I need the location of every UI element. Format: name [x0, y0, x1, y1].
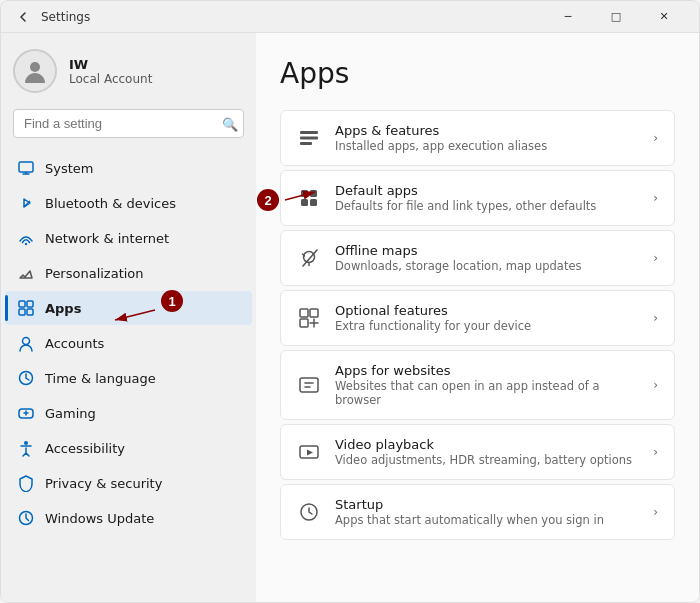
nav-label-windows-update: Windows Update — [45, 511, 154, 526]
settings-item-apps-features[interactable]: Apps & features Installed apps, app exec… — [280, 110, 675, 166]
optional-features-chevron: › — [653, 311, 658, 325]
video-playback-desc: Video adjustments, HDR streaming, batter… — [335, 453, 639, 467]
system-icon — [17, 159, 35, 177]
avatar — [13, 49, 57, 93]
minimize-button[interactable]: ─ — [545, 1, 591, 33]
sidebar-item-privacy[interactable]: Privacy & security — [5, 466, 252, 500]
apps-features-text: Apps & features Installed apps, app exec… — [335, 123, 639, 153]
bluetooth-icon — [17, 194, 35, 212]
svg-rect-14 — [300, 142, 312, 145]
svg-rect-1 — [19, 162, 33, 172]
svg-rect-23 — [300, 378, 318, 392]
main-content: Apps Apps & features Installed apps, app… — [256, 33, 699, 602]
sidebar-item-windows-update[interactable]: Windows Update — [5, 501, 252, 535]
apps-websites-desc: Websites that can open in an app instead… — [335, 379, 639, 407]
startup-title: Startup — [335, 497, 639, 512]
svg-rect-6 — [27, 309, 33, 315]
sidebar-item-system[interactable]: System — [5, 151, 252, 185]
nav-label-system: System — [45, 161, 93, 176]
svg-rect-22 — [300, 319, 308, 327]
sidebar-item-time[interactable]: Time & language — [5, 361, 252, 395]
close-button[interactable]: ✕ — [641, 1, 687, 33]
sidebar: IW Local Account 🔍 System Bluetooth & de… — [1, 33, 256, 602]
svg-point-10 — [24, 441, 28, 445]
settings-item-optional-features[interactable]: Optional features Extra functionality fo… — [280, 290, 675, 346]
svg-rect-16 — [301, 199, 308, 206]
window-content: IW Local Account 🔍 System Bluetooth & de… — [1, 33, 699, 602]
search-input[interactable] — [13, 109, 244, 138]
optional-features-icon — [297, 306, 321, 330]
apps-features-title: Apps & features — [335, 123, 639, 138]
time-icon — [17, 369, 35, 387]
user-section: IW Local Account — [1, 33, 256, 105]
default-apps-chevron: › — [653, 191, 658, 205]
sidebar-item-personalization[interactable]: Personalization — [5, 256, 252, 290]
settings-item-video-playback[interactable]: Video playback Video adjustments, HDR st… — [280, 424, 675, 480]
sidebar-item-gaming[interactable]: Gaming — [5, 396, 252, 430]
default-apps-desc: Defaults for file and link types, other … — [335, 199, 639, 213]
startup-chevron: › — [653, 505, 658, 519]
video-playback-text: Video playback Video adjustments, HDR st… — [335, 437, 639, 467]
settings-item-offline-maps[interactable]: Offline maps Downloads, storage location… — [280, 230, 675, 286]
settings-item-default-apps[interactable]: Default apps Defaults for file and link … — [280, 170, 675, 226]
sidebar-item-network[interactable]: Network & internet — [5, 221, 252, 255]
personalization-icon — [17, 264, 35, 282]
offline-maps-chevron: › — [653, 251, 658, 265]
svg-rect-15 — [301, 190, 308, 197]
accessibility-icon — [17, 439, 35, 457]
apps-websites-title: Apps for websites — [335, 363, 639, 378]
search-box: 🔍 — [13, 109, 244, 138]
windows-update-icon — [17, 509, 35, 527]
settings-window: Settings ─ □ ✕ IW Local Account — [0, 0, 700, 603]
user-account: Local Account — [69, 72, 152, 86]
window-controls: ─ □ ✕ — [545, 1, 687, 33]
apps-websites-text: Apps for websites Websites that can open… — [335, 363, 639, 407]
settings-item-startup[interactable]: Startup Apps that start automatically wh… — [280, 484, 675, 540]
offline-maps-title: Offline maps — [335, 243, 639, 258]
nav-label-network: Network & internet — [45, 231, 169, 246]
offline-maps-desc: Downloads, storage location, map updates — [335, 259, 639, 273]
svg-rect-20 — [300, 309, 308, 317]
settings-list: Apps & features Installed apps, app exec… — [280, 110, 675, 540]
startup-icon — [297, 500, 321, 524]
sidebar-item-accounts[interactable]: Accounts — [5, 326, 252, 360]
privacy-icon — [17, 474, 35, 492]
apps-icon — [17, 299, 35, 317]
search-icon[interactable]: 🔍 — [222, 116, 238, 131]
nav-label-time: Time & language — [45, 371, 156, 386]
apps-features-chevron: › — [653, 131, 658, 145]
user-name: IW — [69, 57, 152, 72]
svg-rect-3 — [19, 301, 25, 307]
offline-maps-icon — [297, 246, 321, 270]
apps-features-icon — [297, 126, 321, 150]
page-title: Apps — [280, 57, 675, 90]
nav-label-accessibility: Accessibility — [45, 441, 125, 456]
nav-label-privacy: Privacy & security — [45, 476, 162, 491]
svg-rect-12 — [300, 131, 318, 134]
default-apps-icon — [297, 186, 321, 210]
sidebar-item-bluetooth[interactable]: Bluetooth & devices — [5, 186, 252, 220]
user-info: IW Local Account — [69, 57, 152, 86]
nav-label-gaming: Gaming — [45, 406, 96, 421]
svg-point-2 — [25, 243, 27, 245]
apps-websites-icon — [297, 373, 321, 397]
svg-point-7 — [23, 338, 30, 345]
optional-features-text: Optional features Extra functionality fo… — [335, 303, 639, 333]
maximize-button[interactable]: □ — [593, 1, 639, 33]
accounts-icon — [17, 334, 35, 352]
optional-features-desc: Extra functionality for your device — [335, 319, 639, 333]
settings-item-apps-websites[interactable]: Apps for websites Websites that can open… — [280, 350, 675, 420]
sidebar-item-accessibility[interactable]: Accessibility — [5, 431, 252, 465]
network-icon — [17, 229, 35, 247]
startup-desc: Apps that start automatically when you s… — [335, 513, 639, 527]
sidebar-item-apps[interactable]: Apps — [5, 291, 252, 325]
default-apps-title: Default apps — [335, 183, 639, 198]
default-apps-text: Default apps Defaults for file and link … — [335, 183, 639, 213]
back-button[interactable] — [13, 7, 33, 27]
svg-rect-18 — [310, 199, 317, 206]
nav-label-apps: Apps — [45, 301, 81, 316]
titlebar-title: Settings — [41, 10, 90, 24]
startup-text: Startup Apps that start automatically wh… — [335, 497, 639, 527]
video-playback-icon — [297, 440, 321, 464]
nav-list: System Bluetooth & devices Network & int… — [1, 150, 256, 536]
